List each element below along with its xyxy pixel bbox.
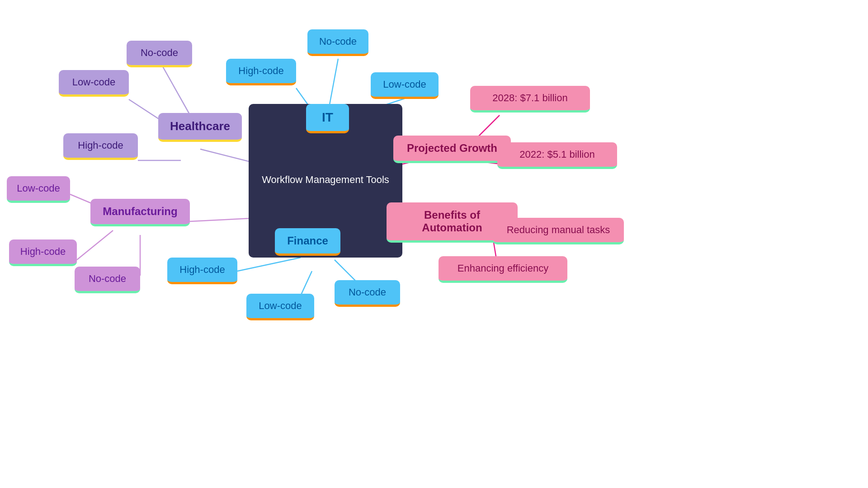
node-fin-highcode[interactable]: High-code bbox=[167, 258, 237, 284]
node-manufacturing[interactable]: Manufacturing bbox=[90, 199, 190, 226]
node-mfg-nocode[interactable]: No-code bbox=[75, 267, 140, 293]
node-2022[interactable]: 2022: $5.1 billion bbox=[497, 142, 617, 169]
node-it-lowcode[interactable]: Low-code bbox=[371, 72, 439, 99]
node-reducing[interactable]: Reducing manual tasks bbox=[493, 218, 624, 244]
svg-line-13 bbox=[237, 258, 301, 271]
node-it-highcode[interactable]: High-code bbox=[226, 59, 296, 85]
node-it-nocode[interactable]: No-code bbox=[307, 29, 368, 56]
node-enhancing[interactable]: Enhancing efficiency bbox=[439, 256, 567, 283]
node-hc-nocode[interactable]: No-code bbox=[127, 41, 192, 67]
node-healthcare[interactable]: Healthcare bbox=[158, 113, 242, 142]
node-fin-lowcode[interactable]: Low-code bbox=[246, 294, 314, 320]
node-finance[interactable]: Finance bbox=[275, 228, 340, 256]
svg-line-6 bbox=[77, 230, 113, 260]
node-hc-highcode[interactable]: High-code bbox=[63, 133, 138, 160]
node-2028[interactable]: 2028: $7.1 billion bbox=[470, 86, 590, 113]
node-mfg-lowcode[interactable]: Low-code bbox=[7, 176, 70, 203]
node-fin-nocode[interactable]: No-code bbox=[335, 280, 400, 307]
node-mfg-highcode[interactable]: High-code bbox=[9, 239, 77, 266]
center-label: Workflow Management Tools bbox=[262, 174, 389, 186]
node-hc-lowcode[interactable]: Low-code bbox=[59, 70, 129, 97]
node-it[interactable]: IT bbox=[306, 104, 349, 133]
node-projected-growth[interactable]: Projected Growth bbox=[393, 136, 511, 163]
